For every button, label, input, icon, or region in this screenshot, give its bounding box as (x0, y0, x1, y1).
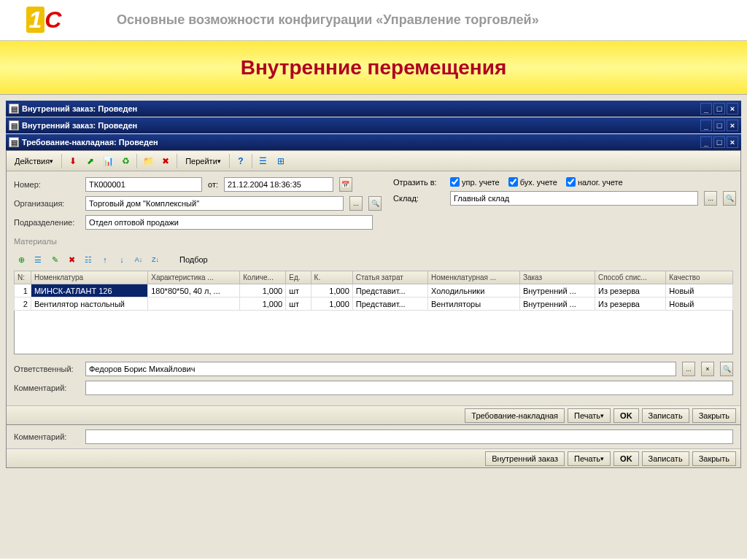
org-label: Организация: (14, 199, 80, 208)
podbor-btn[interactable]: Подбор (174, 252, 213, 268)
post-icon[interactable]: ⬇ (65, 153, 81, 169)
maximize-btn[interactable]: □ (713, 120, 725, 131)
chk-nalog[interactable]: налог. учете (566, 177, 623, 187)
print-name-btn-2[interactable]: Внутренний заказ (485, 451, 565, 466)
folder-icon[interactable]: 📁 (140, 153, 156, 169)
select-icon[interactable]: ... (682, 362, 695, 376)
table-cell[interactable]: Представит... (352, 284, 427, 298)
sort-za-icon[interactable]: Z↓ (148, 252, 163, 267)
table-cell[interactable]: 2 (15, 298, 31, 311)
col-header[interactable]: Качество (666, 271, 733, 284)
col-header[interactable]: Номенклатура (31, 271, 147, 284)
move-down-icon[interactable]: ↓ (115, 252, 129, 267)
col-header[interactable]: Статья затрат (352, 271, 427, 284)
table-cell[interactable]: Внутренний ... (519, 284, 595, 298)
print-name-btn[interactable]: Требование-накладная (465, 408, 565, 423)
sort-az-icon[interactable]: A↓ (131, 252, 146, 267)
table-cell[interactable]: Вентилятор настольный (31, 298, 147, 311)
table-row[interactable]: 2Вентилятор настольный1,000шт1,000Предст… (15, 298, 733, 311)
comment-input[interactable] (85, 381, 733, 395)
search-icon[interactable]: 🔍 (720, 362, 733, 376)
minimize-btn[interactable]: _ (700, 103, 712, 114)
table-cell[interactable]: Новый (666, 284, 733, 298)
move-up-icon[interactable]: ↑ (98, 252, 112, 267)
table-cell[interactable]: 1,000 (240, 298, 286, 311)
write-btn[interactable]: Записать (642, 408, 689, 423)
table-cell[interactable] (148, 298, 240, 311)
actions-menu[interactable]: Действия (9, 153, 58, 169)
col-header[interactable]: К. (311, 271, 352, 284)
header-title: Основные возможности конфигурации «Управ… (80, 12, 740, 28)
col-header[interactable]: Способ спис... (595, 271, 665, 284)
table-cell[interactable]: 1 (15, 284, 31, 298)
table-cell[interactable]: 180*80*50, 40 л, ... (148, 284, 240, 298)
materials-table[interactable]: N:НоменклатураХарактеристика ...Количе..… (14, 271, 733, 311)
chart-icon[interactable]: 📊 (100, 153, 116, 169)
edit-row-icon[interactable]: ✎ (47, 252, 62, 267)
clear-icon[interactable]: × (701, 362, 714, 376)
list2-icon[interactable]: ⊞ (273, 153, 289, 169)
close-btn[interactable]: × (727, 120, 738, 131)
refresh-icon[interactable]: ♻ (117, 153, 133, 169)
delete-row-icon[interactable]: ✖ (64, 252, 79, 267)
close-btn[interactable]: Закрыть (692, 408, 736, 423)
select-icon[interactable]: ... (349, 196, 363, 211)
window-titlebar-2[interactable]: ▤ Внутренний заказ: Проведен _ □ × (6, 117, 741, 133)
close-btn-2[interactable]: Закрыть (692, 451, 736, 466)
select-icon[interactable]: ... (704, 191, 717, 206)
copy-icon[interactable]: ⬈ (82, 153, 98, 169)
col-header[interactable]: N: (15, 271, 31, 284)
col-header[interactable]: Номенклатурная ... (427, 271, 519, 284)
warehouse-input[interactable] (450, 191, 698, 206)
table-cell[interactable]: Новый (666, 298, 733, 311)
table-cell[interactable]: шт (286, 298, 311, 311)
table-row[interactable]: 1МИНСК-АТЛАНТ 126180*80*50, 40 л, ...1,0… (15, 284, 733, 298)
search-icon[interactable]: 🔍 (723, 191, 736, 206)
delete-icon[interactable]: ✖ (158, 153, 174, 169)
table-cell[interactable]: Из резерва (595, 284, 665, 298)
table-cell[interactable]: 1,000 (240, 284, 286, 298)
list1-icon[interactable]: ☰ (255, 153, 271, 169)
ok-btn-2[interactable]: OK (614, 451, 639, 466)
window-titlebar-1[interactable]: ▤ Внутренний заказ: Проведен _ □ × (6, 101, 741, 117)
window-titlebar-3[interactable]: ▤ Требование-накладная: Проведен _ □ × (6, 134, 741, 150)
search-icon[interactable]: 🔍 (368, 196, 382, 211)
goto-menu[interactable]: Перейти (180, 153, 226, 169)
table-cell[interactable]: 1,000 (311, 298, 352, 311)
minimize-btn[interactable]: _ (700, 120, 712, 131)
table-cell[interactable]: шт (286, 284, 311, 298)
table-cell[interactable]: Из резерва (595, 298, 665, 311)
list-row-icon[interactable]: ☷ (81, 252, 96, 267)
sub-comment-input[interactable] (85, 429, 733, 444)
table-cell[interactable]: Холодильники (427, 284, 519, 298)
resp-input[interactable] (85, 362, 676, 376)
maximize-btn[interactable]: □ (713, 136, 725, 148)
table-cell[interactable]: Внутренний ... (519, 298, 595, 311)
write-btn-2[interactable]: Записать (642, 451, 689, 466)
maximize-btn[interactable]: □ (713, 103, 725, 114)
col-header[interactable]: Количе... (240, 271, 286, 284)
add-row-icon[interactable]: ⊕ (14, 252, 28, 267)
number-input[interactable] (85, 177, 202, 192)
col-header[interactable]: Ед. (286, 271, 311, 284)
date-input[interactable] (224, 177, 333, 192)
table-cell[interactable]: 1,000 (311, 284, 352, 298)
calendar-icon[interactable]: 📅 (339, 177, 352, 192)
copy-row-icon[interactable]: ☰ (31, 252, 45, 267)
table-cell[interactable]: Представит... (352, 298, 427, 311)
ok-btn[interactable]: OK (614, 408, 639, 423)
org-input[interactable] (85, 196, 344, 211)
col-header[interactable]: Заказ (519, 271, 595, 284)
table-cell[interactable]: МИНСК-АТЛАНТ 126 (31, 284, 147, 298)
dept-input[interactable] (85, 215, 373, 230)
close-btn[interactable]: × (727, 136, 738, 148)
chk-buh[interactable]: бух. учете (508, 177, 557, 187)
col-header[interactable]: Характеристика ... (148, 271, 240, 284)
close-btn[interactable]: × (727, 103, 738, 114)
minimize-btn[interactable]: _ (700, 136, 712, 148)
help-icon[interactable]: ? (233, 153, 249, 169)
chk-upr[interactable]: упр. учете (450, 177, 500, 187)
print-btn-2[interactable]: Печать (568, 451, 611, 466)
print-btn[interactable]: Печать (568, 408, 611, 423)
table-cell[interactable]: Вентиляторы (427, 298, 519, 311)
